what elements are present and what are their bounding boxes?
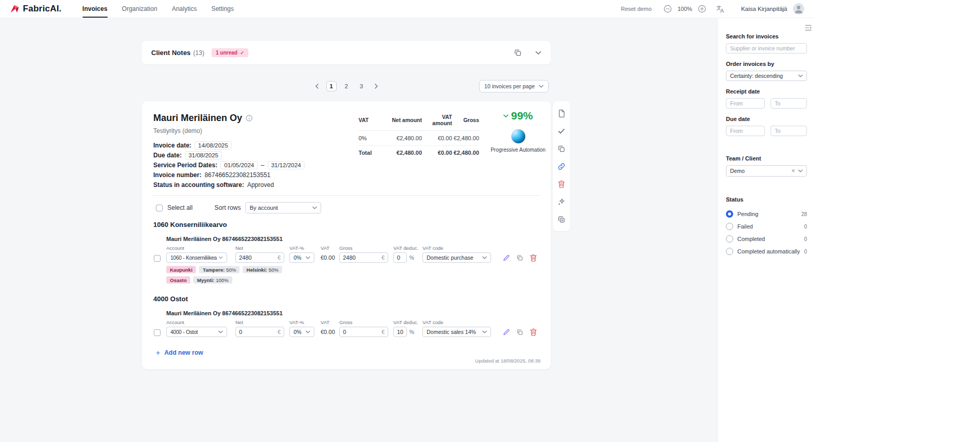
add-new-row-button[interactable]: + Add new row bbox=[156, 349, 551, 356]
zoom-in-button[interactable] bbox=[698, 5, 706, 13]
expand-notes-button[interactable] bbox=[535, 51, 541, 55]
prev-page-button[interactable] bbox=[312, 84, 322, 89]
page-button-1[interactable]: 1 bbox=[326, 81, 337, 91]
nav-organization[interactable]: Organization bbox=[122, 0, 157, 18]
trash-icon bbox=[530, 328, 537, 336]
team-client-select[interactable]: Demo × bbox=[726, 165, 807, 177]
zoom-out-button[interactable] bbox=[664, 5, 672, 13]
delete-row-button[interactable] bbox=[530, 254, 537, 262]
receipt-date-from-input[interactable] bbox=[726, 98, 765, 109]
select-all-checkbox[interactable] bbox=[156, 205, 163, 211]
status-option-failed[interactable]: Failed 0 bbox=[726, 220, 807, 233]
page-button-2[interactable]: 2 bbox=[341, 81, 352, 91]
gross-input[interactable] bbox=[343, 255, 379, 261]
tag-name: Tampere: bbox=[203, 267, 224, 273]
ai-pen-button[interactable] bbox=[503, 329, 510, 336]
radio-icon bbox=[726, 235, 733, 243]
main-content: Client Notes (13) 1 unread ✓ bbox=[0, 18, 717, 442]
tag-name: Myynti: bbox=[197, 277, 214, 283]
chevron-down-icon[interactable] bbox=[503, 114, 509, 118]
due-date-field[interactable]: 31/08/2025 bbox=[185, 151, 222, 159]
copy-row-button[interactable] bbox=[517, 329, 523, 336]
vat-amount-text: €0.00 bbox=[321, 252, 336, 263]
invoice-line-row: Mauri Meriläinen Oy 8674665223082153551 … bbox=[142, 236, 551, 284]
vat-code-select[interactable]: Domestic sales 14% bbox=[422, 327, 491, 337]
order-by-select[interactable]: Certainty: descending bbox=[726, 71, 807, 81]
vat-code-select[interactable]: Domestic purchase bbox=[422, 252, 491, 263]
chevron-down-icon bbox=[312, 206, 317, 209]
service-period-from-field[interactable]: 01/05/2024 bbox=[220, 161, 258, 169]
gross-column-label: Gross bbox=[339, 245, 388, 251]
dimension-tag[interactable]: Osasto bbox=[166, 276, 190, 284]
nav-analytics[interactable]: Analytics bbox=[172, 0, 197, 18]
vat-table-total-cell: €2,480.00 bbox=[452, 146, 479, 160]
gross-field: € bbox=[339, 327, 388, 337]
clear-team-button[interactable]: × bbox=[790, 167, 796, 175]
vat-code-value: Domestic purchase bbox=[427, 255, 473, 261]
invoice-header: Mauri Meriläinen Oy Testiyritys (demo) I… bbox=[142, 101, 551, 195]
invoice-number-value: 8674665223082153551 bbox=[205, 171, 271, 179]
vat-table-total-cell: €0.00 bbox=[422, 146, 452, 160]
client-notes-title: Client Notes bbox=[151, 49, 191, 57]
nav-invoices[interactable]: Invoices bbox=[83, 0, 108, 18]
document-button[interactable] bbox=[553, 104, 570, 122]
copy-notes-button[interactable] bbox=[514, 49, 522, 57]
brand-logo[interactable]: FabricAI. bbox=[9, 0, 62, 18]
copy-icon bbox=[558, 145, 565, 153]
nav-settings[interactable]: Settings bbox=[211, 0, 234, 18]
dimension-tag[interactable]: Kaupunki bbox=[166, 266, 196, 273]
per-page-select[interactable]: 10 invoices per page bbox=[479, 80, 549, 92]
vat-percent-select[interactable]: 0% bbox=[289, 252, 314, 263]
sort-rows-select[interactable]: By account bbox=[245, 202, 321, 213]
due-date-label: Due date: bbox=[153, 152, 182, 159]
language-button[interactable] bbox=[716, 5, 725, 14]
service-period-to-field[interactable]: 31/12/2024 bbox=[268, 161, 305, 169]
due-date-to-input[interactable] bbox=[771, 126, 807, 136]
status-option-count: 0 bbox=[804, 236, 807, 242]
ai-pen-button[interactable] bbox=[503, 255, 510, 261]
chevron-down-icon bbox=[482, 256, 487, 259]
dimension-tag[interactable]: Tampere: 50% bbox=[199, 266, 240, 273]
vat-deduction-input[interactable] bbox=[397, 255, 403, 261]
vat-percent-select[interactable]: 0% bbox=[289, 327, 314, 337]
dimension-tag[interactable]: Myynti: 100% bbox=[193, 276, 232, 284]
page-button-3[interactable]: 3 bbox=[356, 81, 367, 91]
row-checkbox[interactable] bbox=[154, 329, 161, 336]
duplicate-invoice-button[interactable] bbox=[553, 210, 570, 228]
link-button[interactable] bbox=[553, 157, 570, 175]
reset-demo-link[interactable]: Reset demo bbox=[621, 6, 652, 12]
invoice-number-label: Invoice number: bbox=[153, 171, 202, 179]
due-date-from-input[interactable] bbox=[726, 126, 765, 136]
document-icon bbox=[558, 110, 565, 117]
next-page-button[interactable] bbox=[372, 84, 381, 89]
dimension-tag[interactable]: Helsinki: 50% bbox=[243, 266, 282, 273]
status-option-completed[interactable]: Completed 0 bbox=[726, 233, 807, 245]
accounting-status-label: Status in accounting software: bbox=[153, 181, 244, 189]
status-option-completed-automatically[interactable]: Completed automatically 0 bbox=[726, 245, 807, 258]
gross-input[interactable] bbox=[343, 329, 379, 335]
net-input[interactable] bbox=[239, 255, 275, 261]
delete-invoice-button[interactable] bbox=[553, 175, 570, 193]
vat-deduction-input[interactable] bbox=[397, 329, 403, 335]
invoice-date-field[interactable]: 14/08/2025 bbox=[194, 141, 232, 150]
status-option-pending[interactable]: Pending 28 bbox=[726, 208, 807, 220]
net-input[interactable] bbox=[239, 329, 275, 335]
delete-row-button[interactable] bbox=[530, 328, 537, 336]
order-by-label: Order invoices by bbox=[726, 61, 807, 67]
row-checkbox[interactable] bbox=[154, 255, 161, 262]
per-page-value: 10 invoices per page bbox=[484, 83, 535, 89]
info-icon[interactable] bbox=[246, 115, 253, 122]
account-select[interactable]: 1060 - Konserniliikearvo bbox=[166, 252, 227, 263]
receipt-date-to-input[interactable] bbox=[771, 98, 807, 109]
status-option-count: 0 bbox=[804, 249, 807, 255]
approve-button[interactable] bbox=[553, 122, 570, 140]
check-icon bbox=[558, 127, 565, 135]
chevron-right-icon bbox=[375, 84, 378, 89]
copy-invoice-button[interactable] bbox=[553, 140, 570, 157]
search-input[interactable] bbox=[726, 43, 807, 53]
user-avatar[interactable] bbox=[793, 3, 804, 15]
ai-suggest-button[interactable] bbox=[553, 193, 570, 210]
copy-row-button[interactable] bbox=[517, 255, 523, 261]
account-select[interactable]: 4000 - Ostot bbox=[166, 327, 227, 337]
navbar-left: FabricAI. Invoices Organization Analytic… bbox=[0, 0, 234, 18]
